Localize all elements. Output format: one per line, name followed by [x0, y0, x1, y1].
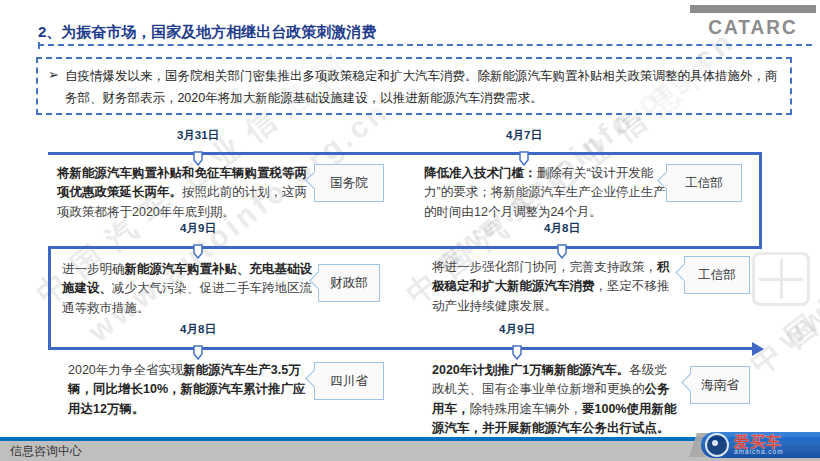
- timeline-row3-line: [48, 347, 752, 350]
- event-date: 4月8日: [180, 322, 216, 337]
- brand-watermark-logo: 爱买车 amaicha.com: [697, 429, 820, 459]
- intro-box: ➢ 自疫情爆发以来，国务院相关部门密集推出多项政策稳定和扩大汽车消费。除新能源汽…: [36, 57, 792, 115]
- org-callout: 海南省: [690, 366, 750, 404]
- event-text: 降低准入技术门槛：删除有关“设计开发能力”的要求；将新能源汽车生产企业停止生产的…: [424, 164, 666, 222]
- date-marker-icon: [193, 345, 203, 360]
- event-date: 4月7日: [506, 128, 542, 143]
- brand-text: 爱买车: [734, 434, 784, 449]
- timeline-row2-line: [48, 246, 762, 249]
- timeline-left-turn-line: [48, 246, 51, 350]
- intro-text: 自疫情爆发以来，国务院相关部门密集推出多项政策稳定和扩大汽车消费。除新能源汽车购…: [65, 66, 782, 106]
- event-text: 2020年力争全省实现新能源汽车生产3.5万辆，同比增长10%，新能源汽车累计推…: [68, 361, 314, 419]
- org-label: 财政部: [330, 275, 368, 292]
- catarc-logo-text: CATARC: [690, 16, 816, 39]
- date-marker-icon: [557, 244, 567, 259]
- callout-tail-icon: [681, 373, 699, 391]
- date-marker-icon: [193, 244, 203, 259]
- org-callout: 工信部: [684, 256, 750, 294]
- timeline-arrow-icon: [752, 342, 764, 356]
- org-callout: 财政部: [318, 264, 380, 302]
- timeline-row1-line: [48, 152, 762, 155]
- event-text: 将进一步强化部门协同，完善支持政策，积极稳定和扩大新能源汽车消费，坚定不移推动产…: [432, 258, 674, 316]
- org-label: 工信部: [685, 175, 723, 192]
- event-date: 4月9日: [499, 322, 535, 337]
- event-date: 4月8日: [544, 221, 580, 236]
- timeline-right-turn-line: [759, 152, 762, 249]
- arrow-bullet-icon: ➢: [48, 67, 59, 106]
- org-callout: 国务院: [314, 164, 384, 202]
- org-label: 四川省: [330, 373, 368, 390]
- callout-tail-icon: [675, 263, 693, 281]
- slide: 中国汽车工业信息网 www.autoinfo.org.cn 中国汽车工业信息网 …: [0, 0, 820, 461]
- org-label: 工信部: [698, 267, 736, 284]
- event-text: 2020年计划推广1万辆新能源汽车。各级党政机关、国有企事业单位新增和更换的公务…: [432, 361, 678, 439]
- page-title: 2、为振奋市场，国家及地方相继出台政策刺激消费: [38, 23, 376, 42]
- event-text: 将新能源汽车购置补贴和免征车辆购置税等两项优惠政策延长两年。按照此前的计划，这两…: [57, 164, 311, 222]
- catarc-logo: CATARC: [690, 5, 816, 39]
- date-marker-icon: [512, 345, 522, 360]
- brand-domain: amaicha.com: [734, 449, 784, 456]
- catarc-logo-bar: [690, 5, 816, 13]
- event-date: 4月9日: [180, 221, 216, 236]
- wheel-icon: [705, 433, 729, 457]
- event-text: 进一步明确新能源汽车购置补贴、充电基础设施建设、减少大气污染、促进二手车跨地区流…: [62, 260, 316, 318]
- org-label: 海南省: [701, 377, 739, 394]
- footer-label: 信息咨询中心: [10, 444, 82, 458]
- org-callout: 四川省: [314, 362, 384, 400]
- event-date: 3月31日: [177, 128, 219, 143]
- brand-banner: 爱买车 amaicha.com: [701, 432, 820, 458]
- org-callout: 工信部: [666, 164, 742, 202]
- org-label: 国务院: [330, 175, 368, 192]
